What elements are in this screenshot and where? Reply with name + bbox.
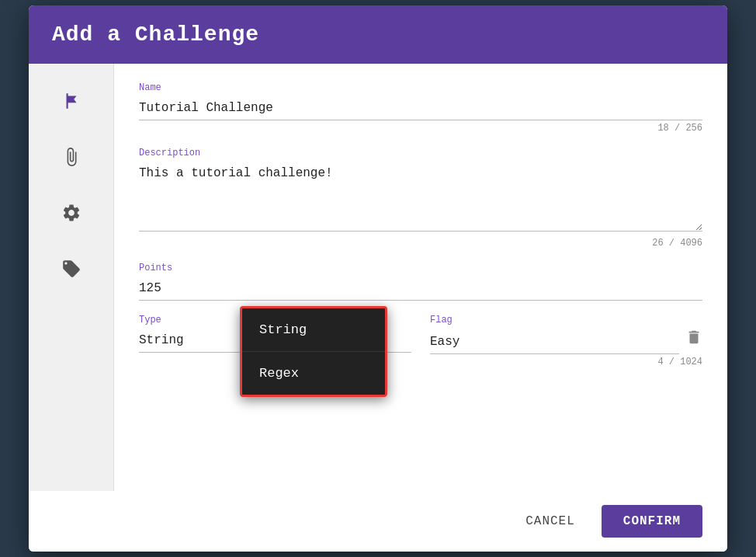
description-field-group: Description This a tutorial challenge! 2… <box>139 148 702 249</box>
form-area: Name 18 / 256 Description This a tutoria… <box>114 64 727 491</box>
dropdown-item-string[interactable]: String <box>242 308 385 352</box>
name-label: Name <box>139 82 702 93</box>
flag-counter: 4 / 1024 <box>430 357 702 367</box>
description-counter: 26 / 4096 <box>139 238 702 249</box>
modal-footer: CANCEL CONFIRM <box>29 491 727 552</box>
paperclip-icon <box>61 147 81 167</box>
modal-body: Name 18 / 256 Description This a tutoria… <box>29 64 727 491</box>
trash-icon <box>685 329 702 346</box>
sidebar-item-tags[interactable] <box>57 255 85 283</box>
modal-dialog: Add a Challenge <box>29 5 727 552</box>
flag-input-wrapper <box>430 329 702 354</box>
modal-title: Add a Challenge <box>52 23 259 47</box>
sidebar-item-attachment[interactable] <box>57 143 85 171</box>
name-input[interactable] <box>139 96 702 120</box>
name-field-group: Name 18 / 256 <box>139 82 702 134</box>
modal-header: Add a Challenge <box>29 5 727 64</box>
flag-field-group: Flag 4 / 1024 <box>430 315 702 367</box>
description-label: Description <box>139 148 702 158</box>
flag-label: Flag <box>430 315 702 325</box>
tag-icon <box>61 259 81 279</box>
name-counter: 18 / 256 <box>139 123 702 134</box>
sidebar <box>29 64 114 491</box>
flag-input[interactable] <box>430 330 679 354</box>
sidebar-item-settings[interactable] <box>57 199 85 227</box>
dropdown-item-regex[interactable]: Regex <box>242 352 385 395</box>
confirm-button[interactable]: CONFIRM <box>602 505 702 538</box>
page-overlay: Add a Challenge <box>5 7 751 551</box>
sidebar-item-flag[interactable] <box>57 87 85 115</box>
points-field-group: Points <box>139 263 702 301</box>
type-dropdown: String Regex <box>240 306 387 397</box>
points-label: Points <box>139 263 702 273</box>
points-input[interactable] <box>139 277 702 301</box>
type-flag-row: Type Flag 4 / 102 <box>139 315 702 381</box>
description-input[interactable]: This a tutorial challenge! <box>139 162 702 232</box>
flag-icon <box>61 91 81 111</box>
gear-icon <box>61 203 81 223</box>
delete-flag-button[interactable] <box>685 329 702 354</box>
cancel-button[interactable]: CANCEL <box>508 505 592 538</box>
